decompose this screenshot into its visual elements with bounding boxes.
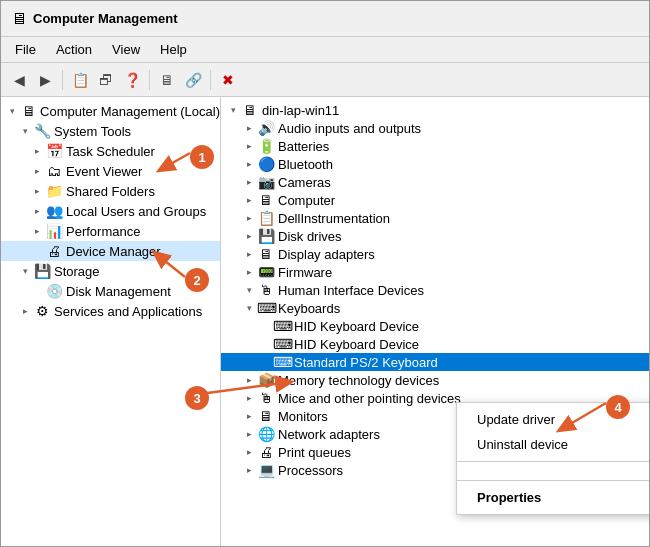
sidebar-item-label: Services and Applications <box>54 304 202 319</box>
toolbar-back[interactable]: ◀ <box>7 68 31 92</box>
shared-folders-icon: 📁 <box>45 183 63 199</box>
dell-icon: 📋 <box>257 210 275 226</box>
device-bluetooth[interactable]: ▸ 🔵 Bluetooth <box>221 155 649 173</box>
device-ps2-keyboard[interactable]: ⌨ Standard PS/2 Keyboard <box>221 353 649 371</box>
context-menu-update-driver[interactable]: Update driver <box>457 407 649 432</box>
sidebar-item-label: Shared Folders <box>66 184 155 199</box>
toolbar-properties[interactable]: 📋 <box>68 68 92 92</box>
sidebar-item-computer-management-local[interactable]: ▾ 🖥 Computer Management (Local) <box>1 101 220 121</box>
device-label: Memory technology devices <box>278 373 439 388</box>
sidebar-item-label: Disk Management <box>66 284 171 299</box>
menu-action[interactable]: Action <box>46 39 102 60</box>
expander-icon: ▾ <box>17 126 33 136</box>
device-keyboards[interactable]: ▾ ⌨ Keyboards <box>221 299 649 317</box>
device-hid-keyboard-2[interactable]: ⌨ HID Keyboard Device <box>221 335 649 353</box>
toolbar-help[interactable]: ❓ <box>120 68 144 92</box>
sidebar-item-task-scheduler[interactable]: ▸ 📅 Task Scheduler <box>1 141 220 161</box>
device-label: Cameras <box>278 175 331 190</box>
context-menu-scan-hardware[interactable] <box>457 466 649 476</box>
toolbar: ◀ ▶ 📋 🗗 ❓ 🖥 🔗 ✖ <box>1 63 649 97</box>
device-hid-keyboard-1[interactable]: ⌨ HID Keyboard Device <box>221 317 649 335</box>
performance-icon: 📊 <box>45 223 63 239</box>
keyboards-icon: ⌨ <box>257 300 275 316</box>
device-label: Bluetooth <box>278 157 333 172</box>
expander-icon: ▾ <box>225 105 241 115</box>
context-menu-properties[interactable]: Properties <box>457 485 649 510</box>
disk-management-icon: 💿 <box>45 283 63 299</box>
device-dell[interactable]: ▸ 📋 DellInstrumentation <box>221 209 649 227</box>
device-label: Batteries <box>278 139 329 154</box>
device-audio[interactable]: ▸ 🔊 Audio inputs and outputs <box>221 119 649 137</box>
batteries-icon: 🔋 <box>257 138 275 154</box>
toolbar-sep2 <box>149 70 150 90</box>
menu-help[interactable]: Help <box>150 39 197 60</box>
expander-icon: ▸ <box>17 306 33 316</box>
expander-icon: ▾ <box>17 266 33 276</box>
expander-icon: ▸ <box>29 226 45 236</box>
device-label: Print queues <box>278 445 351 460</box>
sidebar-item-device-manager[interactable]: 🖨 Device Manager <box>1 241 220 261</box>
window-title: Computer Management <box>33 11 177 26</box>
device-label: Monitors <box>278 409 328 424</box>
sidebar-item-shared-folders[interactable]: ▸ 📁 Shared Folders <box>1 181 220 201</box>
expander-icon: ▸ <box>29 166 45 176</box>
sidebar-item-label: Local Users and Groups <box>66 204 206 219</box>
toolbar-sep1 <box>62 70 63 90</box>
sidebar-item-label: Computer Management (Local) <box>40 104 220 119</box>
expander-icon: ▸ <box>241 411 257 421</box>
sidebar-item-label: Performance <box>66 224 140 239</box>
menu-view[interactable]: View <box>102 39 150 60</box>
menu-file[interactable]: File <box>5 39 46 60</box>
device-firmware[interactable]: ▸ 📟 Firmware <box>221 263 649 281</box>
device-computer[interactable]: ▸ 🖥 Computer <box>221 191 649 209</box>
context-menu: Update driver Uninstall device Propertie… <box>456 402 649 515</box>
device-label: Audio inputs and outputs <box>278 121 421 136</box>
sidebar-item-storage[interactable]: ▾ 💾 Storage <box>1 261 220 281</box>
sidebar-item-local-users[interactable]: ▸ 👥 Local Users and Groups <box>1 201 220 221</box>
toolbar-forward[interactable]: ▶ <box>33 68 57 92</box>
keyboard-icon: ⌨ <box>273 336 291 352</box>
toolbar-connect[interactable]: 🔗 <box>181 68 205 92</box>
device-label: Firmware <box>278 265 332 280</box>
toolbar-computer[interactable]: 🖥 <box>155 68 179 92</box>
network-icon: 🌐 <box>257 426 275 442</box>
device-label: Processors <box>278 463 343 478</box>
toolbar-delete[interactable]: ✖ <box>216 68 240 92</box>
sidebar-item-performance[interactable]: ▸ 📊 Performance <box>1 221 220 241</box>
local-users-icon: 👥 <box>45 203 63 219</box>
sidebar-item-disk-management[interactable]: 💿 Disk Management <box>1 281 220 301</box>
disk-drives-icon: 💾 <box>257 228 275 244</box>
processors-icon: 💻 <box>257 462 275 478</box>
device-batteries[interactable]: ▸ 🔋 Batteries <box>221 137 649 155</box>
device-hid[interactable]: ▾ 🖱 Human Interface Devices <box>221 281 649 299</box>
expander-icon: ▾ <box>241 285 257 295</box>
device-display[interactable]: ▸ 🖥 Display adapters <box>221 245 649 263</box>
expander-icon: ▸ <box>29 186 45 196</box>
sidebar-item-services[interactable]: ▸ ⚙ Services and Applications <box>1 301 220 321</box>
device-cameras[interactable]: ▸ 📷 Cameras <box>221 173 649 191</box>
device-label: Display adapters <box>278 247 375 262</box>
expander-icon: ▸ <box>241 447 257 457</box>
device-disk-drives[interactable]: ▸ 💾 Disk drives <box>221 227 649 245</box>
sidebar-item-event-viewer[interactable]: ▸ 🗂 Event Viewer <box>1 161 220 181</box>
menu-bar: File Action View Help <box>1 37 649 63</box>
event-viewer-icon: 🗂 <box>45 163 63 179</box>
sidebar-item-system-tools[interactable]: ▾ 🔧 System Tools <box>1 121 220 141</box>
sidebar-item-label: Storage <box>54 264 100 279</box>
device-memory[interactable]: ▸ 📦 Memory technology devices <box>221 371 649 389</box>
device-label: Disk drives <box>278 229 342 244</box>
expander-icon: ▸ <box>29 206 45 216</box>
toolbar-sep3 <box>210 70 211 90</box>
device-root[interactable]: ▾ 🖥 din-lap-win11 <box>221 101 649 119</box>
toolbar-view[interactable]: 🗗 <box>94 68 118 92</box>
audio-icon: 🔊 <box>257 120 275 136</box>
right-panel: ▾ 🖥 din-lap-win11 ▸ 🔊 Audio inputs and o… <box>221 97 649 546</box>
computer-icon: 🖥 <box>241 102 259 118</box>
context-menu-uninstall-device[interactable]: Uninstall device <box>457 432 649 457</box>
device-label: Keyboards <box>278 301 340 316</box>
storage-icon: 💾 <box>33 263 51 279</box>
print-icon: 🖨 <box>257 444 275 460</box>
computer-node-icon: 🖥 <box>257 192 275 208</box>
system-tools-icon: 🔧 <box>33 123 51 139</box>
monitors-icon: 🖥 <box>257 408 275 424</box>
